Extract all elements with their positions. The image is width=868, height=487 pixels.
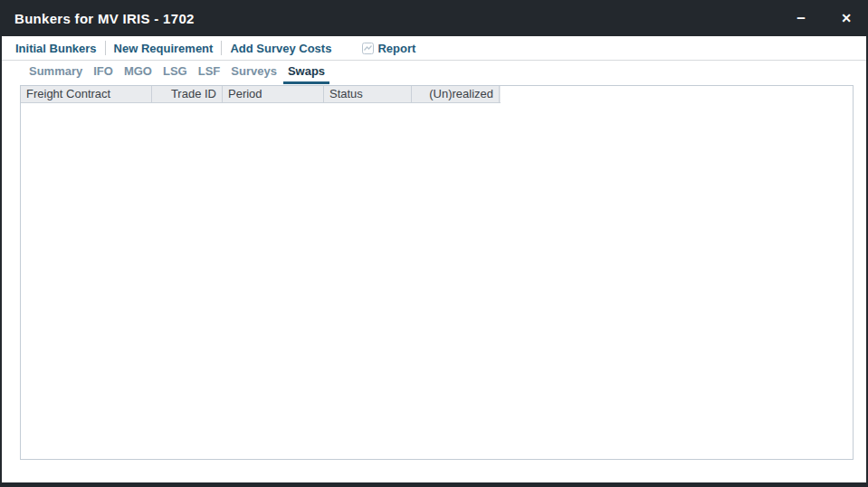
table-header-row: Freight ContractTrade IDPeriodStatus(Un)… (21, 86, 501, 103)
report-label: Report (377, 42, 415, 55)
column-header-freight-contract[interactable]: Freight Contract (21, 86, 152, 102)
column-header-period[interactable]: Period (223, 86, 324, 102)
line-chart-icon (362, 43, 374, 54)
window-controls: – ✕ (792, 8, 855, 28)
tab-lsg[interactable]: LSG (158, 61, 192, 84)
tab-summary[interactable]: Summary (24, 61, 87, 84)
toolbar: Initial BunkersNew RequirementAdd Survey… (2, 36, 866, 61)
tab-ifo[interactable]: IFO (89, 61, 118, 84)
titlebar: Bunkers for MV IRIS - 1702 – ✕ (2, 0, 866, 36)
tab-surveys[interactable]: Surveys (226, 61, 281, 84)
toolbar-item-initial-bunkers[interactable]: Initial Bunkers (15, 42, 97, 55)
tab-mgo[interactable]: MGO (119, 61, 157, 84)
toolbar-item-add-survey-costs[interactable]: Add Survey Costs (230, 42, 331, 55)
toolbar-items: Initial BunkersNew RequirementAdd Survey… (15, 41, 331, 55)
dialog-window: Bunkers for MV IRIS - 1702 – ✕ Initial B… (0, 0, 868, 487)
tab-lsf[interactable]: LSF (194, 61, 225, 84)
window-title: Bunkers for MV IRIS - 1702 (14, 11, 195, 26)
tab-swaps[interactable]: Swaps (283, 61, 329, 84)
column-header-trade-id[interactable]: Trade ID (152, 86, 223, 102)
toolbar-item-new-requirement[interactable]: New Requirement (114, 42, 214, 55)
tab-bar: SummaryIFOMGOLSGLSFSurveysSwaps (2, 61, 866, 84)
column-header-un-realized[interactable]: (Un)realized (412, 86, 500, 102)
report-button[interactable]: Report (362, 42, 415, 55)
minimize-icon[interactable]: – (792, 8, 810, 28)
toolbar-divider (221, 41, 222, 55)
toolbar-divider (105, 41, 106, 55)
close-icon[interactable]: ✕ (837, 8, 855, 28)
content-panel: Freight ContractTrade IDPeriodStatus(Un)… (20, 85, 854, 460)
column-header-status[interactable]: Status (324, 86, 412, 102)
